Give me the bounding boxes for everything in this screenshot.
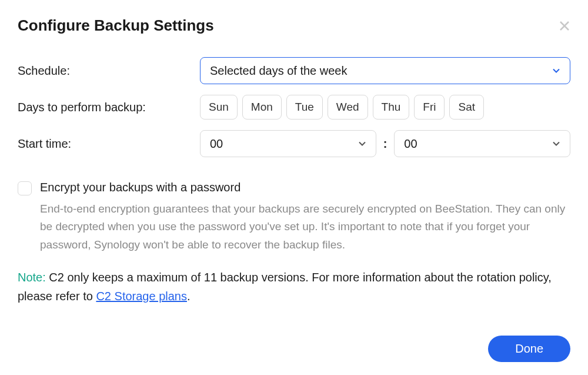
- encrypt-checkbox[interactable]: [18, 181, 32, 195]
- start-time-row: Start time: 00 : 00: [18, 130, 570, 157]
- day-btn-wed[interactable]: Wed: [328, 95, 368, 120]
- c2-storage-plans-link[interactable]: C2 Storage plans: [96, 290, 187, 303]
- day-btn-sat[interactable]: Sat: [449, 95, 484, 120]
- chevron-down-icon: [358, 140, 366, 148]
- done-button[interactable]: Done: [488, 336, 570, 362]
- day-btn-tue[interactable]: Tue: [286, 95, 323, 120]
- schedule-select[interactable]: Selected days of the week: [200, 57, 570, 84]
- chevron-down-icon: [552, 67, 560, 75]
- note-section: Note: C2 only keeps a maximum of 11 back…: [18, 268, 570, 306]
- time-separator: :: [383, 137, 387, 151]
- encrypt-content: Encrypt your backups with a password End…: [40, 181, 570, 254]
- encrypt-description: End-to-end encryption guarantees that yo…: [40, 200, 570, 254]
- minute-select[interactable]: 00: [394, 130, 570, 157]
- dialog-header: Configure Backup Settings: [18, 16, 570, 35]
- hour-value: 00: [210, 137, 223, 151]
- days-row: Days to perform backup: Sun Mon Tue Wed …: [18, 95, 570, 120]
- day-buttons-group: Sun Mon Tue Wed Thu Fri Sat: [200, 95, 484, 120]
- time-row-group: 00 : 00: [200, 130, 570, 157]
- minute-value: 00: [404, 137, 417, 151]
- hour-select[interactable]: 00: [200, 130, 376, 157]
- schedule-row: Schedule: Selected days of the week: [18, 57, 570, 84]
- dialog-title: Configure Backup Settings: [18, 16, 214, 35]
- day-btn-fri[interactable]: Fri: [414, 95, 445, 120]
- close-icon[interactable]: [559, 20, 570, 32]
- day-btn-thu[interactable]: Thu: [373, 95, 410, 120]
- chevron-down-icon: [552, 140, 560, 148]
- schedule-label: Schedule:: [18, 64, 200, 78]
- start-time-label: Start time:: [18, 137, 200, 151]
- dialog-footer: Done: [488, 336, 570, 362]
- note-text-after: .: [187, 290, 191, 303]
- schedule-value: Selected days of the week: [210, 64, 347, 78]
- encrypt-section: Encrypt your backups with a password End…: [18, 181, 570, 254]
- note-prefix: Note:: [18, 271, 46, 284]
- day-btn-sun[interactable]: Sun: [200, 95, 238, 120]
- day-btn-mon[interactable]: Mon: [242, 95, 282, 120]
- encrypt-label: Encrypt your backups with a password: [40, 181, 570, 194]
- days-label: Days to perform backup:: [18, 101, 200, 114]
